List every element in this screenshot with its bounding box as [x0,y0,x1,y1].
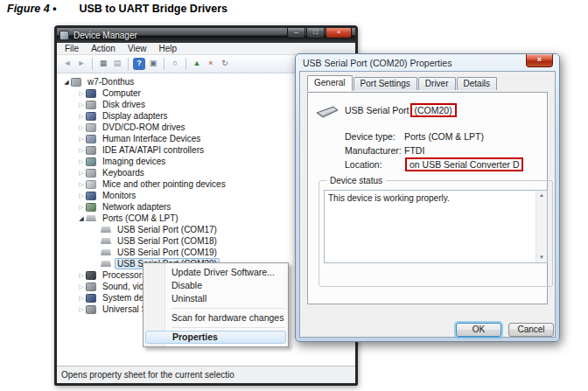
toolbar-separator [92,58,93,70]
ide-controller-icon [86,146,96,155]
tree-item-label: Monitors [100,190,138,201]
device-name-text: USB Serial Port [345,105,410,115]
figure-caption-number: Figure 4 • [7,3,56,15]
tree-item-label: Keyboards [100,167,147,178]
tab-strip: GeneralPort SettingsDriverDetails [307,77,498,91]
collapsed-arrow-icon[interactable]: ▷ [77,170,86,177]
tab-general[interactable]: General [307,75,353,91]
device-manager-titlebar[interactable]: Device Manager – □ × [57,28,355,43]
menu-action[interactable]: Action [87,44,123,53]
tree-item-label: Ports (COM & LPT) [100,213,181,224]
field-label: Location: [345,159,404,170]
system-devices-icon [86,294,96,303]
context-menu-item-disable[interactable]: Disable [144,279,288,292]
toolbar-separator [186,58,186,70]
toolbar-separator [164,58,164,70]
com-port-annotation: (COM20) [410,103,457,117]
menu-file[interactable]: File [60,44,87,53]
tree-item-label: Processors [100,269,149,281]
tree-item-label: Imaging devices [100,156,168,167]
close-icon[interactable]: × [526,54,553,67]
back-icon[interactable]: ◄ [61,58,74,70]
forward-icon[interactable]: ► [75,58,88,70]
computer-icon [86,89,96,98]
field-value: Ports (COM & LPT) [404,131,484,142]
collapsed-arrow-icon[interactable]: ▷ [77,90,86,97]
context-menu-item-scan-for-hardware-changes[interactable]: Scan for hardware changes [144,311,288,325]
collapsed-arrow-icon[interactable]: ▷ [77,113,86,120]
show-console-tree-icon[interactable]: ▦ [97,58,109,70]
hid-icon [86,135,96,143]
properties-dialog-titlebar[interactable]: USB Serial Port (COM20) Properties × [296,54,559,71]
properties-dialog-body: GeneralPort SettingsDriverDetails USB Se… [299,71,556,338]
menu-separator [172,308,285,309]
field-label: Manufacturer: [345,145,404,156]
context-menu-item-update-driver-software[interactable]: Update Driver Software... [144,266,288,279]
tab-details[interactable]: Details [457,77,498,90]
imaging-device-icon [86,157,96,166]
ok-button[interactable]: OK [456,323,501,337]
menu-view[interactable]: View [123,44,155,53]
context-menu-item-uninstall[interactable]: Uninstall [144,292,288,305]
collapsed-arrow-icon[interactable]: ▷ [77,136,86,143]
scan-hardware-icon[interactable]: ↻ [219,58,231,70]
tree-item-label: DVD/CD-ROM drives [100,122,187,133]
field-value: FTDI [404,145,424,156]
close-icon[interactable]: × [326,28,352,38]
processor-icon [86,271,96,280]
uninstall-device-icon[interactable]: × [205,58,217,70]
device-manager-title: Device Manager [74,31,137,40]
status-bar: Opens property sheet for the current sel… [57,366,355,383]
expanded-arrow-icon[interactable]: ◢ [62,79,71,86]
device-status-text: This device is working properly. [325,191,547,206]
collapsed-arrow-icon[interactable]: ▷ [77,101,86,108]
tree-item-label: Disk drives [100,99,148,110]
device-name: USB Serial Port(COM20) [345,103,457,117]
tree-item-label: USB Serial Port (COM17) [115,224,220,235]
cancel-button[interactable]: Cancel [508,323,554,337]
context-menu-item-properties[interactable]: Properties [145,331,286,344]
update-driver-icon[interactable]: ▲ [191,58,203,70]
tree-item-label: Display adapters [100,110,170,122]
network-adapter-icon [86,203,96,212]
minimize-icon[interactable]: – [287,28,305,38]
collapsed-arrow-icon[interactable]: ▷ [77,192,86,199]
serial-port-icon [101,260,111,269]
serial-port-icon [101,226,111,234]
menu-help[interactable]: Help [154,44,185,53]
maximize-icon[interactable]: □ [306,28,325,38]
figure-caption: Figure 4 •USB to UART Bridge Drivers [7,3,228,15]
tab-driver[interactable]: Driver [418,77,456,90]
tree-item-label: USB Serial Port (COM18) [115,235,220,247]
collapsed-arrow-icon[interactable]: ▷ [77,306,86,313]
collapsed-arrow-icon[interactable]: ▷ [77,181,86,188]
collapsed-arrow-icon[interactable]: ▷ [77,147,86,154]
computer-root-icon [71,78,81,87]
collapsed-arrow-icon[interactable]: ▷ [77,124,86,131]
disable-device-icon[interactable]: ○ [169,58,181,70]
help-icon[interactable]: ? [133,58,145,70]
collapsed-arrow-icon[interactable]: ▷ [77,272,86,279]
collapsed-arrow-icon[interactable]: ▷ [77,295,86,302]
keyboard-icon [86,169,96,178]
display-adapter-icon [86,112,96,121]
tab-port-settings[interactable]: Port Settings [354,77,417,90]
properties-icon[interactable]: ▤ [111,58,123,70]
disk-drive-icon [86,101,96,109]
collapsed-arrow-icon[interactable]: ▷ [77,158,86,165]
tree-item-label: Mice and other pointing devices [100,178,228,190]
field-label: Device type: [345,131,404,142]
field-manufacturer: Manufacturer:FTDI [345,143,523,157]
show-hidden-devices-icon[interactable]: ▣ [147,58,159,70]
device-fields: Device type:Ports (COM & LPT)Manufacture… [345,129,523,171]
toolbar-separator [128,58,129,70]
field-location: Location:on USB Serial Converter D [345,157,523,171]
serial-port-icon [101,237,111,246]
collapsed-arrow-icon[interactable]: ▷ [77,204,86,211]
tree-item-label: Network adapters [100,201,173,213]
scroll-up-icon[interactable]: ▲ [536,191,547,200]
scroll-down-icon[interactable]: ▼ [536,253,547,262]
expanded-arrow-icon[interactable]: ◢ [77,215,86,222]
collapsed-arrow-icon[interactable]: ▷ [77,283,86,290]
scrollbar[interactable]: ▲ ▼ [536,191,547,262]
